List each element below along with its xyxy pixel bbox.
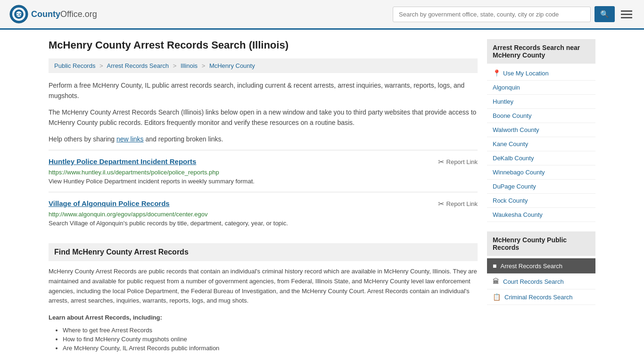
search-button[interactable]: 🔍 bbox=[594, 6, 615, 22]
learn-title: Learn about Arrest Records, including: bbox=[49, 313, 478, 323]
breadcrumb: Public Records > Arrest Records Search >… bbox=[49, 58, 478, 73]
breadcrumb-sep-1: > bbox=[99, 62, 103, 69]
arrest-icon: ■ bbox=[493, 262, 496, 270]
court-icon: 🏛 bbox=[493, 278, 499, 285]
link-card-1-desc: Search Village of Algonquin's public rec… bbox=[49, 220, 478, 227]
search-area: 🔍 bbox=[393, 6, 635, 22]
new-links-link[interactable]: new links bbox=[116, 135, 144, 143]
sidebar-link-dupage-county[interactable]: DuPage County bbox=[487, 180, 595, 194]
logo-icon: CO bbox=[9, 5, 28, 24]
sidebar-link-boone-county[interactable]: Boone County bbox=[487, 109, 595, 123]
bullet-0: Where to get free Arrest Records bbox=[63, 327, 478, 334]
menu-line-1 bbox=[621, 10, 632, 12]
menu-line-2 bbox=[621, 14, 632, 15]
sidebar-link-kane-county[interactable]: Kane County bbox=[487, 137, 595, 151]
bullet-2: Are McHenry County, IL Arrest Records pu… bbox=[63, 345, 478, 352]
sidebar-link-algonquin[interactable]: Algonquin bbox=[487, 81, 595, 95]
hamburger-menu-button[interactable] bbox=[619, 8, 635, 21]
breadcrumb-arrest-records[interactable]: Arrest Records Search bbox=[107, 62, 169, 69]
logo-suffix: Office.org bbox=[60, 9, 97, 19]
location-pin-icon: 📍 bbox=[493, 69, 501, 77]
header: CO CountyOffice.org 🔍 bbox=[0, 0, 644, 30]
description-3: Help others by sharing new links and rep… bbox=[49, 134, 478, 144]
sidebar-link-rock-county[interactable]: Rock County bbox=[487, 194, 595, 208]
breadcrumb-sep-3: > bbox=[202, 62, 206, 69]
breadcrumb-sep-2: > bbox=[173, 62, 177, 69]
sidebar-link-dekalb-county[interactable]: DeKalb County bbox=[487, 151, 595, 165]
search-input[interactable] bbox=[393, 7, 591, 22]
svg-text:CO: CO bbox=[16, 12, 22, 17]
report-link-label-0: Report Link bbox=[446, 158, 478, 165]
logo-county: County bbox=[31, 9, 60, 19]
court-records-search-link[interactable]: Court Records Search bbox=[503, 278, 564, 285]
find-section: Find McHenry County Arrest Records McHen… bbox=[49, 243, 478, 352]
description-2: The McHenry County Arrest Records Search… bbox=[49, 107, 478, 128]
page-title: McHenry County Arrest Records Search (Il… bbox=[49, 39, 478, 51]
logo-text: CountyOffice.org bbox=[31, 9, 97, 19]
link-card-1-title[interactable]: Village of Algonquin Police Records bbox=[49, 199, 170, 207]
search-icon: 🔍 bbox=[600, 10, 609, 18]
sidebar-link-huntley[interactable]: Huntley bbox=[487, 95, 595, 109]
sidebar-link-winnebago-county[interactable]: Winnebago County bbox=[487, 165, 595, 180]
breadcrumb-illinois[interactable]: Illinois bbox=[181, 62, 198, 69]
use-location-label: Use My Location bbox=[503, 70, 549, 77]
breadcrumb-mchenry[interactable]: McHenry County bbox=[209, 62, 255, 69]
scissors-icon-0: ✂ bbox=[438, 157, 444, 166]
desc3-prefix: Help others by sharing bbox=[49, 135, 116, 143]
bullet-1: How to find McHenry County mugshots onli… bbox=[63, 336, 478, 343]
link-card-0-header: Huntley Police Department Incident Repor… bbox=[49, 157, 478, 166]
sidebar-public-records-title: McHenry County Public Records bbox=[487, 231, 595, 256]
arrest-records-search-link[interactable]: Arrest Records Search bbox=[500, 263, 562, 270]
link-card-0-desc: View Huntley Police Department incident … bbox=[49, 178, 478, 185]
link-card-0-title[interactable]: Huntley Police Department Incident Repor… bbox=[49, 157, 196, 165]
find-section-body: McHenry County Arrest Records are public… bbox=[49, 267, 478, 306]
use-location-link[interactable]: 📍 Use My Location bbox=[487, 66, 595, 81]
pr-item-criminal[interactable]: 📋 Criminal Records Search bbox=[487, 289, 595, 305]
report-link-label-1: Report Link bbox=[446, 200, 478, 207]
sidebar-public-records-section: McHenry County Public Records ■ Arrest R… bbox=[487, 231, 595, 305]
report-link-button-1[interactable]: ✂ Report Link bbox=[438, 199, 478, 208]
desc3-suffix: and reporting broken links. bbox=[144, 135, 223, 143]
find-section-title: Find McHenry County Arrest Records bbox=[49, 243, 478, 261]
sidebar-link-waukesha-county[interactable]: Waukesha County bbox=[487, 208, 595, 222]
link-card-0: Huntley Police Department Incident Repor… bbox=[49, 150, 478, 192]
link-card-0-url[interactable]: https://www.huntley.il.us/departments/po… bbox=[49, 169, 478, 176]
report-link-button-0[interactable]: ✂ Report Link bbox=[438, 157, 478, 166]
link-card-1: Village of Algonquin Police Records ✂ Re… bbox=[49, 192, 478, 234]
sidebar-nearby-section: Arrest Records Search near McHenry Count… bbox=[487, 39, 595, 222]
link-card-1-url[interactable]: http://www.algonquin.org/egov/apps/docum… bbox=[49, 211, 478, 218]
sidebar: Arrest Records Search near McHenry Count… bbox=[487, 39, 595, 354]
logo: CO CountyOffice.org bbox=[9, 5, 97, 24]
menu-line-3 bbox=[621, 17, 632, 18]
sidebar-nearby-title: Arrest Records Search near McHenry Count… bbox=[487, 39, 595, 64]
main-container: McHenry County Arrest Records Search (Il… bbox=[39, 30, 605, 362]
sidebar-link-walworth-county[interactable]: Walworth County bbox=[487, 123, 595, 137]
pr-item-arrest[interactable]: ■ Arrest Records Search bbox=[487, 258, 595, 274]
description-1: Perform a free McHenry County, IL public… bbox=[49, 80, 478, 101]
criminal-records-search-link[interactable]: Criminal Records Search bbox=[504, 294, 573, 301]
pr-item-court[interactable]: 🏛 Court Records Search bbox=[487, 274, 595, 289]
link-card-1-header: Village of Algonquin Police Records ✂ Re… bbox=[49, 199, 478, 208]
breadcrumb-public-records[interactable]: Public Records bbox=[54, 62, 95, 69]
main-content: McHenry County Arrest Records Search (Il… bbox=[49, 39, 478, 354]
scissors-icon-1: ✂ bbox=[438, 199, 444, 208]
criminal-icon: 📋 bbox=[493, 293, 501, 301]
bullet-list: Where to get free Arrest Records How to … bbox=[49, 327, 478, 352]
